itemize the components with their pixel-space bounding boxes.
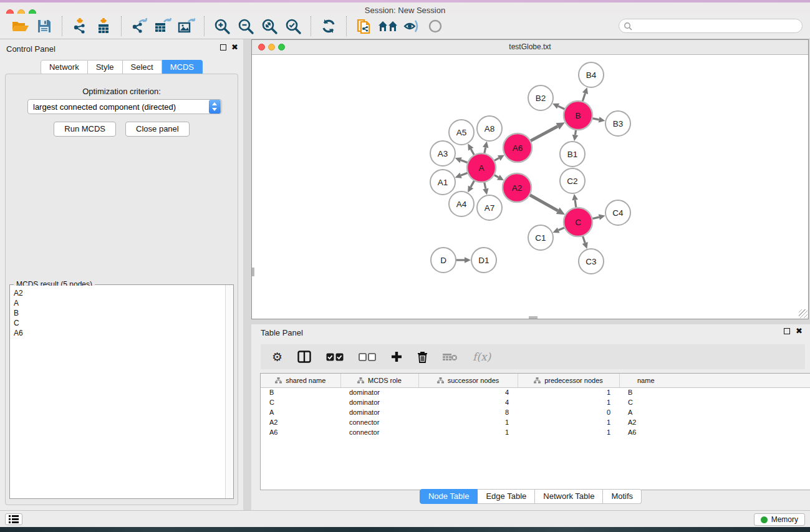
edge-A-A7[interactable] [485,182,486,189]
canvas-vscroll-thumb[interactable] [252,268,254,276]
network-window-titlebar[interactable]: testGlobe.txt [252,40,808,55]
table-cell[interactable]: dominator [340,397,418,407]
node-table[interactable]: shared nameMCDS rolesuccessor nodesprede… [260,373,810,490]
window-resize-grip[interactable] [799,309,808,318]
table-cell[interactable]: connector [340,427,418,437]
tab-mcds[interactable]: MCDS [162,60,203,75]
edge-A-A5[interactable] [471,149,475,155]
mcds-result-item[interactable]: A2 [14,288,225,298]
mcds-result-item[interactable]: A [14,298,225,308]
table-row[interactable]: Bdominator41B [261,387,810,397]
edge-B-B1[interactable] [575,130,576,135]
tab-motifs[interactable]: Motifs [603,489,642,504]
open-session-button[interactable] [9,16,32,37]
tab-style[interactable]: Style [88,60,123,75]
mcds-result-list[interactable]: A2ABCA6 [11,286,225,498]
home-button[interactable] [376,16,400,37]
table-cell[interactable]: A6 [261,427,340,437]
edge-B-B2[interactable] [558,106,565,109]
zoom-out-button[interactable] [234,16,258,37]
column-header-shared-name[interactable]: shared name [261,374,340,387]
function-builder-button[interactable]: f(x) [473,351,491,363]
edge-A-A2[interactable] [494,175,498,177]
toggle-column-view-button[interactable] [297,351,311,363]
edge-A6-B[interactable] [530,126,557,141]
table-cell[interactable]: C [261,397,340,407]
table-cell[interactable]: 8 [418,407,518,417]
table-cell[interactable]: A [619,407,672,417]
export-network-button[interactable] [127,16,151,37]
edge-A-A6[interactable] [494,158,499,160]
edge-C-C2[interactable] [575,200,576,208]
tab-select[interactable]: Select [123,60,162,75]
hide-graphics-details-button[interactable] [400,16,423,37]
zoom-selected-button[interactable] [281,16,305,37]
edge-C-C3[interactable] [582,236,585,243]
import-table-button[interactable] [92,16,115,37]
zoom-fit-button[interactable] [258,16,281,37]
tab-network-table[interactable]: Network Table [535,489,603,504]
table-cell[interactable]: 1 [418,417,518,427]
table-cell[interactable]: 4 [418,387,518,397]
settings-gear-button[interactable]: ⚙ [272,350,282,364]
refresh-button[interactable] [317,16,340,37]
run-mcds-button[interactable]: Run MCDS [54,122,116,137]
column-header-name[interactable]: name [619,374,672,387]
table-cell[interactable]: A [261,407,340,417]
clone-network-button[interactable] [352,16,376,37]
mcds-result-item[interactable]: C [14,318,225,328]
table-cell[interactable]: 1 [518,387,619,397]
zoom-in-button[interactable] [210,16,234,37]
show-graphics-details-button[interactable] [423,16,447,37]
table-cell[interactable]: 1 [518,427,619,437]
export-table-button[interactable] [151,16,175,37]
import-network-button[interactable] [68,16,92,37]
canvas-hscroll-thumb[interactable] [529,316,538,319]
edge-A-A3[interactable] [461,160,468,163]
edge-A-A8[interactable] [485,147,486,153]
table-cell[interactable]: B [619,387,672,397]
table-cell[interactable]: C [619,397,672,407]
table-row[interactable]: A2connector11A2 [261,417,810,427]
criterion-select[interactable]: largest connected component (directed) [27,99,222,114]
deselect-all-button[interactable] [359,353,376,361]
delete-column-button[interactable] [417,351,428,363]
edge-A2-C[interactable] [529,195,558,211]
table-cell[interactable]: 4 [418,397,518,407]
edge-C-C1[interactable] [559,228,565,230]
column-header-successor-nodes[interactable]: successor nodes [418,374,518,387]
edge-A-A1[interactable] [461,173,468,175]
table-row[interactable]: Adominator80A [261,407,810,417]
add-column-button[interactable] [391,351,402,362]
network-canvas[interactable]: B4B2BB3B1A5A8A6A3AA1A4A7A2C2CC4C1C3DD1 [252,55,808,319]
mcds-result-item[interactable]: B [14,308,225,318]
table-cell[interactable]: 1 [518,397,619,407]
table-cell[interactable]: 1 [418,427,518,437]
table-cell[interactable]: B [261,387,340,397]
task-history-button[interactable] [5,513,22,525]
edge-B-B3[interactable] [592,118,599,120]
edge-A-A4[interactable] [471,180,475,187]
search-field[interactable] [619,19,803,33]
close-panel-button[interactable]: Close panel [125,122,190,137]
export-image-button[interactable] [175,16,198,37]
select-all-button[interactable] [326,353,344,361]
memory-button[interactable]: Memory [754,513,805,526]
table-row[interactable]: A6connector11A6 [261,427,810,437]
close-table-panel-icon[interactable]: ✖ [796,328,803,334]
edge-C-C4[interactable] [592,217,599,219]
table-cell[interactable]: dominator [340,407,418,417]
mcds-result-item[interactable]: A6 [14,328,225,338]
float-table-panel-icon[interactable] [784,328,790,334]
table-cell[interactable]: A6 [619,427,672,437]
table-cell[interactable]: 0 [518,407,619,417]
save-session-button[interactable] [32,16,56,37]
table-cell[interactable]: connector [340,417,418,427]
tab-node-table[interactable]: Node Table [420,489,478,504]
table-cell[interactable]: A2 [619,417,672,427]
tab-network[interactable]: Network [41,60,88,75]
column-header-MCDS-role[interactable]: MCDS role [340,374,418,387]
edge-B-B4[interactable] [582,93,585,102]
table-row[interactable]: Cdominator41C [261,397,810,407]
tab-edge-table[interactable]: Edge Table [478,489,535,504]
